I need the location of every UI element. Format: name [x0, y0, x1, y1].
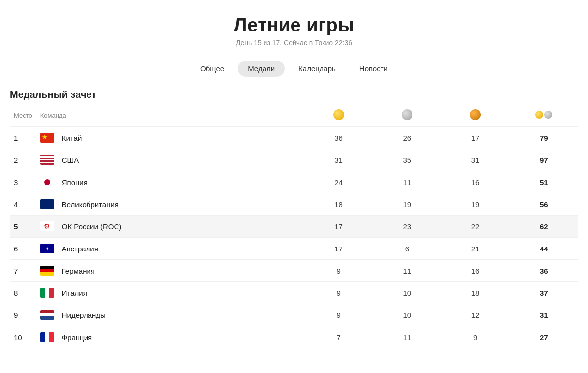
total-medal-icons	[535, 111, 552, 119]
bronze-value: 12	[441, 304, 509, 326]
table-row: 8Италия9101837	[10, 282, 578, 304]
page-subtitle: День 15 из 17. Сейчас в Токио 22:36	[10, 39, 578, 47]
table-row: 5ОК России (ROC)17232262	[10, 216, 578, 238]
medal-table: Место Команда	[10, 106, 578, 348]
country-name: Нидерланды	[58, 304, 286, 326]
medal-table-section: Медальный зачет Место Команда	[10, 77, 578, 348]
silver-value: 10	[373, 304, 441, 326]
silver-value: 23	[373, 216, 441, 238]
tab-general[interactable]: Общее	[190, 61, 234, 77]
silver-value: 35	[373, 149, 441, 171]
rank-cell: 10	[10, 326, 36, 348]
bronze-value: 31	[441, 149, 509, 171]
bronze-value: 22	[441, 216, 509, 238]
col-silver	[373, 106, 441, 127]
rank-cell: 7	[10, 260, 36, 282]
country-name: Австралия	[58, 238, 286, 260]
flag-cell	[36, 216, 58, 238]
rank-cell: 6	[10, 238, 36, 260]
nav-tabs: Общее Медали Календарь Новости	[10, 52, 578, 77]
flag-icon	[40, 266, 54, 276]
table-row: 10Франция711927	[10, 326, 578, 348]
gold-value: 17	[304, 238, 373, 260]
flag-cell	[36, 193, 58, 216]
flag-icon	[40, 244, 54, 253]
rank-cell: 2	[10, 149, 36, 171]
spacer-cell	[286, 326, 304, 348]
country-name: Великобритания	[58, 193, 286, 216]
spacer-cell	[286, 216, 304, 238]
total-value: 62	[510, 216, 578, 238]
total-value: 31	[510, 304, 578, 326]
country-name: Германия	[58, 260, 286, 282]
bronze-value: 16	[441, 171, 509, 193]
rank-cell: 1	[10, 127, 36, 149]
total-value: 36	[510, 260, 578, 282]
total-value: 56	[510, 193, 578, 216]
country-name: Италия	[58, 282, 286, 304]
spacer-cell	[286, 127, 304, 149]
spacer-cell	[286, 304, 304, 326]
spacer-cell	[286, 171, 304, 193]
flag-icon	[40, 177, 54, 187]
spacer-cell	[286, 282, 304, 304]
gold-value: 9	[304, 260, 373, 282]
flag-cell	[36, 260, 58, 282]
gold-medal-icon	[333, 109, 344, 120]
silver-value: 11	[373, 326, 441, 348]
silver-value: 19	[373, 193, 441, 216]
flag-cell	[36, 304, 58, 326]
rank-cell: 8	[10, 282, 36, 304]
col-team: Команда	[36, 106, 286, 127]
tab-news[interactable]: Новости	[350, 61, 398, 77]
bronze-value: 16	[441, 260, 509, 282]
flag-icon	[40, 288, 54, 298]
bronze-value: 21	[441, 238, 509, 260]
flag-icon	[40, 155, 54, 165]
rank-cell: 5	[10, 216, 36, 238]
table-row: 4Великобритания18191956	[10, 193, 578, 216]
silver-value: 10	[373, 282, 441, 304]
table-row: 6Австралия1762144	[10, 238, 578, 260]
flag-icon	[40, 310, 54, 320]
col-spacer	[286, 106, 304, 127]
col-rank: Место	[10, 106, 36, 127]
flag-cell	[36, 171, 58, 193]
table-row: 1Китай36261779	[10, 127, 578, 149]
spacer-cell	[286, 238, 304, 260]
flag-cell	[36, 127, 58, 149]
country-name: Франция	[58, 326, 286, 348]
flag-cell	[36, 326, 58, 348]
spacer-cell	[286, 260, 304, 282]
tab-medals[interactable]: Медали	[238, 61, 285, 77]
total-value: 97	[510, 149, 578, 171]
gold-value: 18	[304, 193, 373, 216]
total-silver-icon	[544, 111, 552, 119]
flag-icon	[40, 221, 54, 231]
silver-value: 26	[373, 127, 441, 149]
country-name: Япония	[58, 171, 286, 193]
table-row: 2США31353197	[10, 149, 578, 171]
table-row: 7Германия9111636	[10, 260, 578, 282]
gold-value: 7	[304, 326, 373, 348]
bronze-medal-icon	[470, 109, 481, 120]
header: Летние игры День 15 из 17. Сейчас в Токи…	[10, 0, 578, 52]
gold-value: 31	[304, 149, 373, 171]
spacer-cell	[286, 193, 304, 216]
col-bronze	[441, 106, 509, 127]
section-title: Медальный зачет	[10, 77, 578, 106]
col-total	[510, 106, 578, 127]
gold-value: 24	[304, 171, 373, 193]
bronze-value: 19	[441, 193, 509, 216]
flag-cell	[36, 238, 58, 260]
gold-value: 9	[304, 304, 373, 326]
bronze-value: 9	[441, 326, 509, 348]
country-name: ОК России (ROC)	[58, 216, 286, 238]
total-value: 27	[510, 326, 578, 348]
col-gold	[304, 106, 373, 127]
tab-calendar[interactable]: Календарь	[289, 61, 346, 77]
bronze-value: 17	[441, 127, 509, 149]
country-name: США	[58, 149, 286, 171]
silver-value: 11	[373, 260, 441, 282]
rank-cell: 9	[10, 304, 36, 326]
